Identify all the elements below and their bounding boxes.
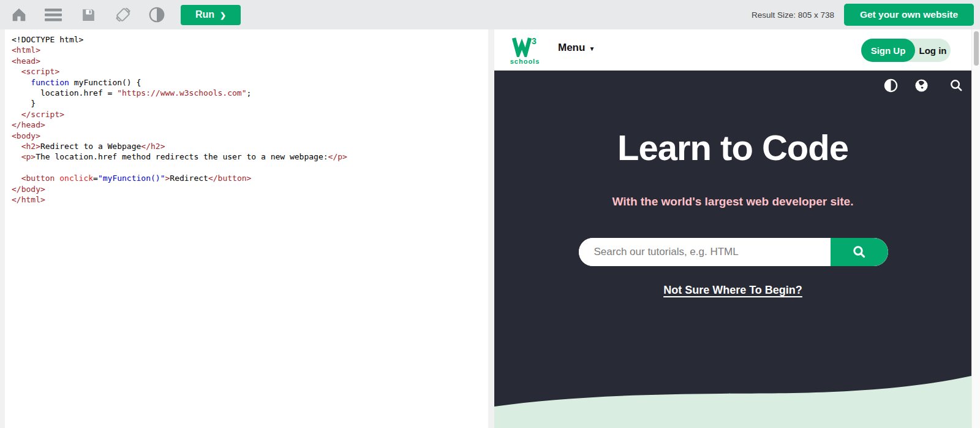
code-line: <script> <box>12 66 488 77</box>
save-button[interactable] <box>81 7 96 23</box>
code-line: <h2>Redirect to a Webpage</h2> <box>12 141 488 151</box>
wave-decoration <box>494 365 971 428</box>
contrast-icon <box>149 7 165 23</box>
language-globe-button[interactable] <box>913 78 929 94</box>
not-sure-where-to-begin-link[interactable]: Not Sure Where To Begin? <box>494 284 971 297</box>
search-icon <box>852 245 867 259</box>
code-line: </body> <box>12 184 488 194</box>
result-scrollbar-track[interactable] <box>971 29 980 428</box>
code-line: </html> <box>12 194 488 205</box>
tryit-editor-app: Run ❯ Result Size: 805 x 738 Get your ow… <box>0 0 980 428</box>
code-line: <!DOCTYPE html> <box>12 34 488 45</box>
save-icon <box>81 7 96 23</box>
hero-dark-mode-button[interactable] <box>883 78 899 94</box>
code-line: <p>The location.href method redirects th… <box>12 151 488 162</box>
tutorial-search-submit-button[interactable] <box>831 238 888 266</box>
home-icon <box>11 7 27 23</box>
hero-title: Learn to Code <box>494 127 971 168</box>
code-line: <html> <box>12 45 488 55</box>
hero-section: Learn to Code With the world's largest w… <box>494 71 971 428</box>
code-line: </script> <box>12 109 488 120</box>
svg-text:3: 3 <box>532 36 537 46</box>
code-line: <body> <box>12 131 488 141</box>
globe-icon <box>914 78 929 93</box>
code-line: location.href = "https://www.w3schools.c… <box>12 88 488 98</box>
search-icon <box>949 78 963 93</box>
code-area[interactable]: <!DOCTYPE html><html><head> <script> fun… <box>5 29 488 205</box>
panel-divider[interactable] <box>488 29 494 428</box>
menu-button[interactable] <box>44 7 62 22</box>
hero-subtitle: With the world's largest web developer s… <box>494 195 971 208</box>
result-header: 3 schools Menu ▼ Sign Up Log in <box>494 29 971 71</box>
menu-label: Menu <box>558 42 585 54</box>
code-editor-panel[interactable]: <!DOCTYPE html><html><head> <script> fun… <box>5 29 488 428</box>
run-button[interactable]: Run ❯ <box>181 5 241 25</box>
get-your-own-website-button[interactable]: Get your own website <box>844 4 974 26</box>
change-orientation-icon <box>113 5 133 25</box>
result-scrollbar-thumb[interactable] <box>974 31 979 66</box>
run-button-label: Run <box>195 9 214 20</box>
dark-mode-toggle-button[interactable] <box>149 7 165 23</box>
run-chevron-icon: ❯ <box>220 11 226 20</box>
code-line: <button onclick="myFunction()">Redirect<… <box>12 173 488 183</box>
tutorial-search-input[interactable] <box>579 238 831 266</box>
toolbar: Run ❯ Result Size: 805 x 738 Get your ow… <box>0 0 980 29</box>
w3schools-logo[interactable]: 3 schools <box>509 34 541 66</box>
tutorial-searchbar <box>579 238 888 266</box>
hamburger-menu-icon <box>44 7 62 22</box>
contrast-icon <box>884 78 898 93</box>
code-line: function myFunction() { <box>12 77 488 88</box>
home-button[interactable] <box>11 7 27 23</box>
code-line: <head> <box>12 56 488 66</box>
code-line: } <box>12 98 488 109</box>
result-menu-button[interactable]: Menu ▼ <box>558 42 595 54</box>
w3schools-logo-icon: 3 <box>511 36 538 57</box>
sign-up-button[interactable]: Sign Up <box>861 39 915 62</box>
logo-text: schools <box>509 58 541 65</box>
auth-pill: Sign Up Log in <box>861 39 951 62</box>
result-panel: 3 schools Menu ▼ Sign Up Log in <box>494 29 971 428</box>
hero-search-button[interactable] <box>948 78 964 94</box>
code-line: </head> <box>12 120 488 130</box>
result-size-label: Result Size: 805 x 738 <box>752 0 834 29</box>
chevron-down-icon: ▼ <box>589 45 595 52</box>
change-orientation-button[interactable] <box>113 5 133 25</box>
log-in-button[interactable]: Log in <box>915 39 951 62</box>
code-line <box>12 162 488 173</box>
